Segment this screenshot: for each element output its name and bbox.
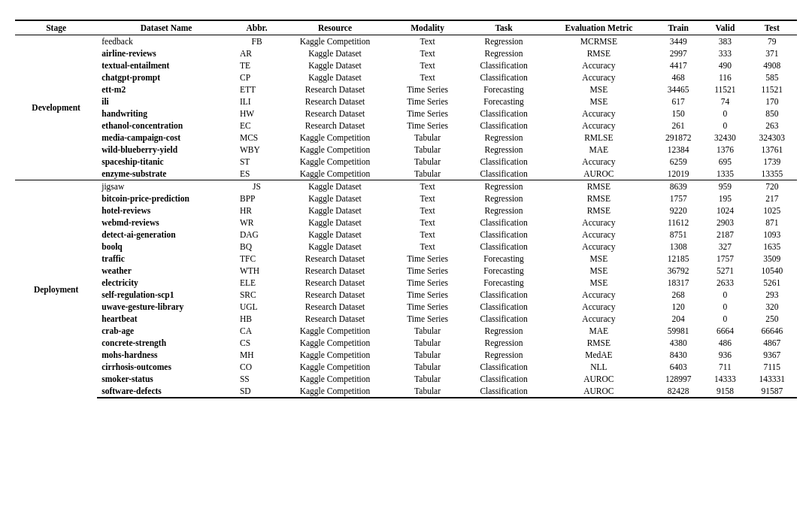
table-cell: 1093 — [747, 229, 797, 241]
table-cell: Tabular — [392, 349, 463, 361]
table-cell: MAE — [544, 144, 653, 156]
table-cell: 695 — [703, 156, 747, 168]
table-row: boolqBQKaggle DatasetTextClassificationA… — [15, 241, 797, 253]
table-cell: feedback — [97, 35, 235, 48]
table-cell: 1308 — [653, 241, 703, 253]
table-cell: 10540 — [747, 265, 797, 277]
table-row: enzyme-substrateESKaggle CompetitionTabu… — [15, 168, 797, 180]
table-cell: 263 — [747, 120, 797, 132]
table-cell: Regression — [463, 180, 544, 193]
table-cell: 2187 — [703, 229, 747, 241]
header-row: StageDataset NameAbbr.ResourceModalityTa… — [15, 20, 797, 35]
table-row: chatgpt-promptCPKaggle DatasetTextClassi… — [15, 71, 797, 83]
table-cell: textual-entailment — [97, 59, 235, 71]
table-row: smoker-statusSSKaggle CompetitionTabular… — [15, 373, 797, 385]
table-cell: 12185 — [653, 253, 703, 265]
table-cell: TFC — [235, 253, 278, 265]
table-body: DevelopmentfeedbackFBKaggle CompetitionT… — [15, 35, 797, 398]
table-cell: ES — [235, 168, 278, 180]
table-row: software-defectsSDKaggle CompetitionTabu… — [15, 385, 797, 398]
table-cell: Accuracy — [544, 289, 653, 301]
table-row: airline-reviewsARKaggle DatasetTextRegre… — [15, 47, 797, 59]
table-cell: RMSE — [544, 180, 653, 193]
stage-cell: Development — [15, 35, 97, 180]
table-cell: Text — [392, 71, 463, 83]
table-cell: Text — [392, 35, 463, 48]
table-cell: 36792 — [653, 265, 703, 277]
table-cell: bitcoin-price-prediction — [97, 192, 235, 204]
table-cell: ett-m2 — [97, 83, 235, 95]
table-cell: 371 — [747, 47, 797, 59]
table-cell: Research Dataset — [278, 108, 392, 120]
table-cell: Regression — [463, 35, 544, 48]
table-cell: CP — [235, 71, 278, 83]
table-cell: Classification — [463, 156, 544, 168]
table-cell: Time Series — [392, 265, 463, 277]
table-cell: 6664 — [703, 325, 747, 337]
table-cell: hotel-reviews — [97, 204, 235, 217]
table-cell: Kaggle Competition — [278, 373, 392, 385]
table-row: self-regulation-scp1SRCResearch DatasetT… — [15, 289, 797, 301]
table-cell: Research Dataset — [278, 95, 392, 108]
table-cell: 9220 — [653, 204, 703, 217]
table-cell: 871 — [747, 217, 797, 229]
table-cell: Kaggle Competition — [278, 325, 392, 337]
table-cell: Regression — [463, 144, 544, 156]
table-cell: 3509 — [747, 253, 797, 265]
table-cell: BQ — [235, 241, 278, 253]
table-cell: Forecasting — [463, 83, 544, 95]
table-cell: Tabular — [392, 373, 463, 385]
table-cell: Accuracy — [544, 217, 653, 229]
table-row: media-campaign-costMCSKaggle Competition… — [15, 132, 797, 144]
table-cell: 1335 — [703, 168, 747, 180]
table-cell: Tabular — [392, 325, 463, 337]
table-cell: Kaggle Dataset — [278, 241, 392, 253]
table-header: StageDataset NameAbbr.ResourceModalityTa… — [15, 20, 797, 35]
table-cell: 320 — [747, 301, 797, 313]
table-cell: Kaggle Competition — [278, 349, 392, 361]
table-cell: 0 — [703, 120, 747, 132]
table-cell: Text — [392, 229, 463, 241]
table-cell: 128997 — [653, 373, 703, 385]
table-cell: 9367 — [747, 349, 797, 361]
table-cell: 0 — [703, 289, 747, 301]
table-row: DeploymentjigsawJSKaggle DatasetTextRegr… — [15, 180, 797, 193]
table-cell: Forecasting — [463, 95, 544, 108]
table-cell: Accuracy — [544, 301, 653, 313]
table-row: cirrhosis-outcomesCOKaggle CompetitionTa… — [15, 361, 797, 373]
table-cell: MSE — [544, 95, 653, 108]
table-cell: JS — [235, 180, 278, 193]
table-cell: 0 — [703, 301, 747, 313]
table-cell: Time Series — [392, 95, 463, 108]
table-cell: Classification — [463, 385, 544, 398]
table-cell: 8639 — [653, 180, 703, 193]
table-cell: 720 — [747, 180, 797, 193]
table-cell: Text — [392, 47, 463, 59]
table-row: weatherWTHResearch DatasetTime SeriesFor… — [15, 265, 797, 277]
table-cell: DAG — [235, 229, 278, 241]
table-cell: Kaggle Dataset — [278, 180, 392, 193]
table-cell: 66646 — [747, 325, 797, 337]
table-cell: Kaggle Dataset — [278, 192, 392, 204]
table-cell: SRC — [235, 289, 278, 301]
table-cell: AUROC — [544, 168, 653, 180]
table-cell: 617 — [653, 95, 703, 108]
col-header-modality: Modality — [392, 20, 463, 35]
table-cell: 7115 — [747, 361, 797, 373]
table-cell: Accuracy — [544, 59, 653, 71]
table-cell: 4380 — [653, 337, 703, 349]
table-cell: MedAE — [544, 349, 653, 361]
table-cell: Tabular — [392, 168, 463, 180]
table-cell: Kaggle Dataset — [278, 217, 392, 229]
table-cell: 2997 — [653, 47, 703, 59]
table-cell: 12019 — [653, 168, 703, 180]
table-row: detect-ai-generationDAGKaggle DatasetTex… — [15, 229, 797, 241]
table-cell: Classification — [463, 241, 544, 253]
table-cell: Kaggle Dataset — [278, 59, 392, 71]
table-row: ett-m2ETTResearch DatasetTime SeriesFore… — [15, 83, 797, 95]
table-cell: RMSE — [544, 192, 653, 204]
table-cell: Tabular — [392, 385, 463, 398]
table-cell: CA — [235, 325, 278, 337]
table-cell: Forecasting — [463, 265, 544, 277]
table-cell: 1024 — [703, 204, 747, 217]
